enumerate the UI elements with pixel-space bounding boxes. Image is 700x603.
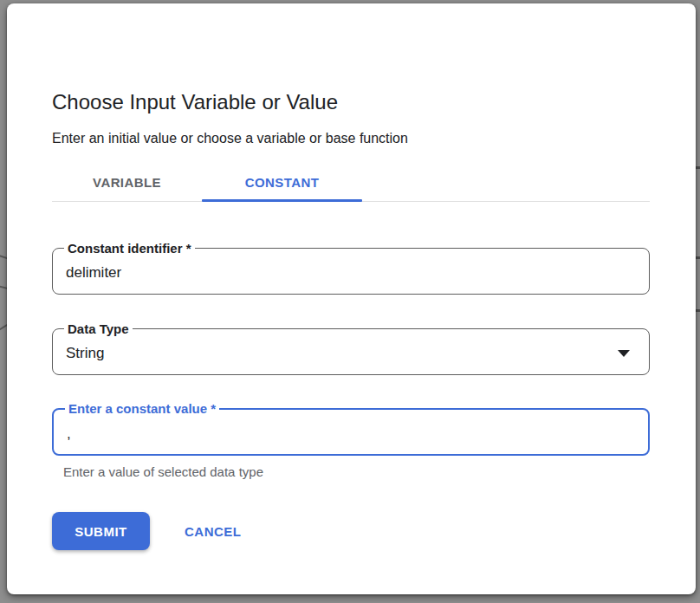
constant-identifier-field: Constant identifier * [52, 248, 650, 295]
submit-button[interactable]: SUBMIT [52, 512, 150, 550]
tab-variable[interactable]: VARIABLE [52, 163, 202, 201]
constant-value-field: Enter a constant value * [52, 408, 650, 456]
dropdown-arrow-icon[interactable] [618, 350, 630, 357]
dialog-actions: SUBMIT CANCEL [52, 512, 650, 550]
background-edge-line [0, 283, 7, 291]
dialog-subtitle: Enter an initial value or choose a varia… [52, 129, 650, 148]
constant-identifier-label: Constant identifier * [64, 240, 195, 256]
data-type-label: Data Type [64, 321, 133, 337]
dialog-title: Choose Input Variable or Value [52, 88, 650, 116]
tab-constant[interactable]: CONSTANT [202, 163, 362, 201]
tab-variable-label: VARIABLE [93, 175, 161, 190]
tab-bar: VARIABLE CONSTANT [52, 163, 650, 202]
constant-value-label: Enter a constant value * [65, 400, 219, 417]
choose-input-dialog: Choose Input Variable or Value Enter an … [7, 3, 696, 594]
background-edge-line [0, 252, 7, 262]
background-edge-line [0, 319, 7, 334]
constant-value-helper: Enter a value of selected data type [63, 464, 650, 481]
tab-constant-label: CONSTANT [245, 175, 319, 190]
data-type-select[interactable]: String [53, 329, 649, 374]
backdrop-left-artifacts [0, 0, 7, 603]
data-type-field[interactable]: Data Type String [52, 328, 650, 375]
cancel-button[interactable]: CANCEL [171, 515, 256, 548]
